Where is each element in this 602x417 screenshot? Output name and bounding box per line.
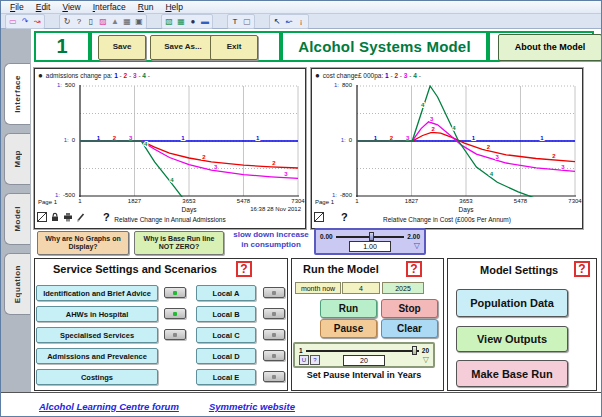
why-no-graphs-button[interactable]: Why are No Graphs on Display? — [37, 231, 129, 255]
x-axis-tick-label: 5478 — [230, 198, 256, 204]
local-toggle-1[interactable] — [263, 287, 285, 298]
button-widget-icon[interactable]: ▣ — [133, 16, 145, 27]
pause-slider-value-input[interactable]: 20 — [343, 355, 385, 366]
menu-item-edit[interactable]: Edit — [30, 2, 57, 12]
printer-icon[interactable] — [63, 208, 73, 226]
pause-slider-track[interactable] — [306, 350, 419, 352]
slider-track[interactable] — [336, 236, 405, 238]
service-button-5[interactable]: Costings — [36, 369, 158, 385]
save-as-button[interactable]: Save As... — [150, 35, 216, 60]
hand-tool-icon[interactable]: ↜ — [283, 16, 295, 27]
tab-equation[interactable]: Equation — [4, 253, 30, 315]
why-base-run-button[interactable]: Why is Base Run line NOT ZERO? — [134, 231, 224, 255]
slider-value-input[interactable]: 1.00 — [349, 241, 391, 252]
svg-text:2: 2 — [487, 144, 491, 150]
service-button-3[interactable]: Specialised Services — [36, 327, 158, 343]
chart-title-row: ●cost change£ 000pa: 1 - 2 - 3 - 4 - — [315, 71, 421, 80]
menu-bar: FileEditViewInterfaceRunHelp — [1, 1, 601, 14]
menu-item-view[interactable]: View — [56, 2, 86, 12]
graph-create-icon[interactable]: ▧ — [163, 16, 175, 27]
page-label: Page 1 — [315, 199, 334, 205]
local-button-4[interactable]: Local D — [196, 348, 256, 364]
stop-button[interactable]: Stop — [381, 299, 438, 318]
local-button-3[interactable]: Local C — [196, 327, 256, 343]
tab-map[interactable]: Map — [4, 133, 30, 185]
svg-text:2: 2 — [113, 135, 117, 141]
service-button-4[interactable]: Admissions and Prevalence — [36, 348, 158, 364]
pin-icon[interactable]: ● — [38, 71, 43, 80]
pointer-tool-icon[interactable]: ↖ — [271, 16, 283, 27]
pause-slider-max: 20 — [422, 347, 429, 354]
service-toggle-1[interactable] — [164, 287, 186, 298]
local-toggle-4[interactable] — [263, 350, 285, 361]
svg-text:2: 2 — [272, 160, 276, 166]
flow-tool-icon[interactable]: ↝ — [31, 16, 43, 27]
chart-title: admissions change pa: — [46, 72, 114, 79]
pen-icon[interactable] — [76, 208, 86, 226]
help-icon[interactable]: ? — [341, 211, 348, 223]
service-toggle-3[interactable] — [164, 329, 186, 340]
title-box: Alcohol Systems Model — [281, 31, 488, 62]
knob-icon[interactable]: ● — [187, 16, 199, 27]
slider-collapse-icon[interactable]: ▽ — [414, 241, 420, 250]
app-title: Alcohol Systems Model — [298, 38, 471, 55]
lock-icon[interactable] — [50, 208, 60, 226]
x-axis-tick-label: 3653 — [176, 198, 202, 204]
local-toggle-5[interactable] — [263, 371, 285, 382]
about-the-model-button[interactable]: About the Model — [498, 34, 602, 61]
make-base-run-button[interactable]: Make Base Run — [456, 360, 568, 387]
menu-item-help[interactable]: Help — [159, 2, 188, 12]
service-help-button[interactable]: ? — [236, 261, 252, 277]
service-button-2[interactable]: AHWs in Hospital — [36, 306, 158, 322]
tab-model[interactable]: Model — [4, 193, 30, 245]
pause-slider-collapse-icon[interactable]: ▽ — [423, 355, 429, 364]
local-button-5[interactable]: Local E — [196, 369, 256, 385]
help-icon[interactable]: ? — [103, 211, 110, 223]
menu-item-interface[interactable]: Interface — [87, 2, 132, 12]
graph-pad-icon[interactable]: ▨ — [97, 16, 109, 27]
numeric-display-icon[interactable]: ▯ — [85, 16, 97, 27]
local-toggle-2[interactable] — [263, 308, 285, 319]
clear-button[interactable]: Clear — [381, 319, 438, 338]
text-tool-icon[interactable]: T — [229, 16, 241, 27]
switch-icon[interactable]: ▬ — [199, 16, 211, 27]
pause-mini-help-button[interactable]: ? — [310, 355, 320, 365]
dynamite-tool-icon[interactable]: ¡ — [295, 16, 307, 27]
run-restore-icon[interactable]: ↻ — [61, 16, 73, 27]
pause-mini-u-button[interactable]: U — [299, 355, 309, 365]
pin-icon[interactable]: ● — [315, 71, 320, 80]
help-tool-icon[interactable]: ? — [73, 16, 85, 27]
view-outputs-button[interactable]: View Outputs — [456, 326, 568, 352]
picture-tool-icon[interactable]: ▢ — [241, 16, 253, 27]
run-help-button[interactable]: ? — [406, 261, 422, 277]
model-help-button[interactable]: ? — [574, 261, 590, 277]
footer-link-2[interactable]: Symmetric website — [209, 401, 295, 412]
table-pad-icon[interactable]: ▦ — [121, 16, 133, 27]
page-corner-icon[interactable] — [314, 208, 324, 226]
frame-tool-icon[interactable]: ▭ — [7, 16, 19, 27]
local-button-1[interactable]: Local A — [196, 285, 256, 301]
tab-interface[interactable]: Interface — [4, 63, 30, 125]
legend-dash: - — [417, 72, 421, 79]
service-button-1[interactable]: Identification and Brief Advice — [36, 285, 158, 301]
population-data-button[interactable]: Population Data — [456, 289, 568, 317]
footer-link-1[interactable]: Alcohol Learning Centre forum — [39, 401, 179, 412]
service-section-title: Service Settings and Scenarios — [53, 263, 217, 275]
year-now-value: 2025 — [382, 282, 424, 294]
menu-item-run[interactable]: Run — [132, 2, 160, 12]
slider-thumb[interactable] — [369, 232, 374, 241]
menu-item-file[interactable]: File — [4, 2, 30, 12]
save-button[interactable]: Save — [98, 35, 146, 60]
pause-slider-thumb[interactable] — [412, 346, 417, 355]
converter-icon[interactable]: ▲ — [109, 16, 121, 27]
svg-text:1: 1 — [472, 135, 476, 141]
page-corner-icon[interactable] — [37, 208, 47, 226]
connector-tool-icon[interactable]: ↷ — [19, 16, 31, 27]
local-toggle-3[interactable] — [263, 329, 285, 340]
pause-button[interactable]: Pause — [320, 319, 377, 338]
run-button[interactable]: Run — [320, 299, 377, 318]
table-create-icon[interactable]: ▦ — [175, 16, 187, 27]
service-toggle-2[interactable] — [164, 308, 186, 319]
local-button-2[interactable]: Local B — [196, 306, 256, 322]
exit-button[interactable]: Exit — [210, 35, 258, 60]
